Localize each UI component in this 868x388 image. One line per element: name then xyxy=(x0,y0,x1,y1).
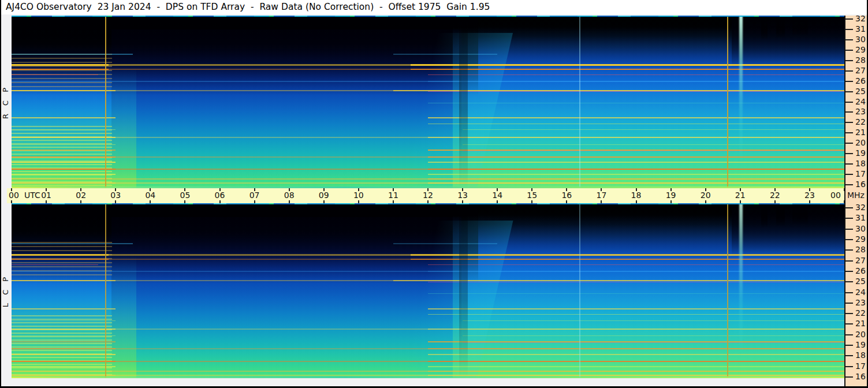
freq-label: 21 xyxy=(855,319,866,329)
freq-tick xyxy=(845,184,853,185)
hour-label: 18 xyxy=(631,191,642,200)
hour-label: 04 xyxy=(145,191,155,200)
rfi-line xyxy=(12,174,116,175)
rfi-line xyxy=(116,169,428,170)
rfi-line xyxy=(12,254,109,256)
rfi-line xyxy=(411,64,844,66)
freq-label: 24 xyxy=(855,97,866,106)
freq-tick xyxy=(845,50,853,51)
freq-label: 29 xyxy=(855,234,866,244)
lcp-side-label-text: L C P xyxy=(2,274,10,307)
rfi-line xyxy=(116,348,428,349)
rfi-line xyxy=(428,375,844,376)
rfi-line xyxy=(428,169,844,170)
rfi-line xyxy=(428,81,844,82)
freq-label: 29 xyxy=(855,45,866,54)
freq-label: 26 xyxy=(855,266,866,275)
freq-tick xyxy=(845,376,853,378)
hour-label: 00 xyxy=(830,191,841,200)
event-vertical-line xyxy=(105,203,106,378)
spectrogram-frame: AJ4CO Observatory 23 Jan 2024 - DPS on T… xyxy=(0,0,868,388)
freq-label: 19 xyxy=(855,148,866,158)
lcp-side-label: L C P xyxy=(1,203,11,378)
freq-tick xyxy=(845,39,853,40)
freq-label: 17 xyxy=(855,169,866,178)
hour-label: 06 xyxy=(215,191,225,200)
dark-dropout-column xyxy=(792,16,808,36)
mhz-unit-label: MHz xyxy=(847,191,865,200)
rfi-line xyxy=(428,264,844,265)
hour-label: 07 xyxy=(249,191,260,200)
rfi-line xyxy=(12,243,133,244)
rfi-line xyxy=(116,280,393,281)
freq-tick xyxy=(845,143,853,144)
rfi-line xyxy=(428,124,844,124)
freq-tick xyxy=(845,163,853,165)
rfi-line xyxy=(428,271,844,272)
rfi-line xyxy=(428,366,844,367)
rfi-line xyxy=(428,282,844,282)
event-vertical-line xyxy=(727,203,728,378)
rfi-line xyxy=(12,371,428,372)
rfi-line xyxy=(116,329,428,330)
freq-label: 32 xyxy=(855,14,866,23)
freq-tick xyxy=(845,229,853,230)
rfi-line xyxy=(393,243,497,244)
time-axis: 0001020304050607080910111213141516171819… xyxy=(7,188,844,203)
freq-tick xyxy=(845,313,853,314)
bottom-margin xyxy=(1,378,844,386)
rfi-line xyxy=(12,259,109,260)
rcp-spectrogram-panel xyxy=(12,16,844,188)
freq-label: 30 xyxy=(855,35,866,44)
frequency-axis-strip: 3231302928272625242322212019181716323130… xyxy=(844,16,867,386)
rfi-line xyxy=(428,182,844,184)
freq-tick xyxy=(845,174,853,175)
rfi-line xyxy=(463,151,844,151)
freq-label: 30 xyxy=(855,224,866,233)
freq-tick xyxy=(845,260,853,262)
freq-tick xyxy=(845,271,853,272)
freq-label: 23 xyxy=(855,107,866,117)
rfi-line xyxy=(428,348,844,349)
freq-label: 22 xyxy=(855,308,866,318)
freq-tick xyxy=(845,334,853,335)
rfi-line xyxy=(12,335,116,336)
bright-vertical-streak xyxy=(739,16,743,174)
rfi-line xyxy=(463,335,844,336)
rfi-lines-layer xyxy=(12,203,844,378)
hour-label: 19 xyxy=(666,191,676,200)
rfi-line xyxy=(428,162,844,163)
rfi-line xyxy=(428,174,844,175)
freq-label: 31 xyxy=(855,214,866,223)
freq-label: 26 xyxy=(855,76,866,85)
freq-tick xyxy=(845,303,853,304)
rfi-line xyxy=(116,137,428,138)
freq-tick xyxy=(845,281,853,282)
freq-tick xyxy=(845,239,853,240)
freq-label: 19 xyxy=(855,340,866,349)
rfi-line xyxy=(12,264,98,265)
lcp-spectrogram-panel xyxy=(12,203,844,378)
frame-border-left xyxy=(0,0,1,388)
freq-label: 28 xyxy=(855,245,866,254)
event-vertical-line xyxy=(105,16,106,188)
hour-label: 17 xyxy=(596,191,606,200)
rfi-line xyxy=(428,74,844,75)
freq-label: 32 xyxy=(855,203,866,212)
hour-label: 14 xyxy=(492,191,502,200)
rfi-line xyxy=(12,137,116,138)
rfi-line xyxy=(12,74,98,75)
rfi-lines-layer xyxy=(12,16,844,188)
hour-label: 20 xyxy=(701,191,711,200)
freq-label: 23 xyxy=(855,298,866,307)
rfi-line xyxy=(463,144,844,145)
dark-dropout-column xyxy=(792,203,808,224)
rfi-line xyxy=(12,178,428,180)
hour-label: 23 xyxy=(804,191,815,200)
rfi-line xyxy=(428,354,844,355)
freq-label: 25 xyxy=(855,277,866,286)
rfi-line xyxy=(12,162,116,163)
rfi-line xyxy=(411,259,844,260)
rfi-line xyxy=(12,69,109,70)
rfi-line xyxy=(12,341,116,342)
